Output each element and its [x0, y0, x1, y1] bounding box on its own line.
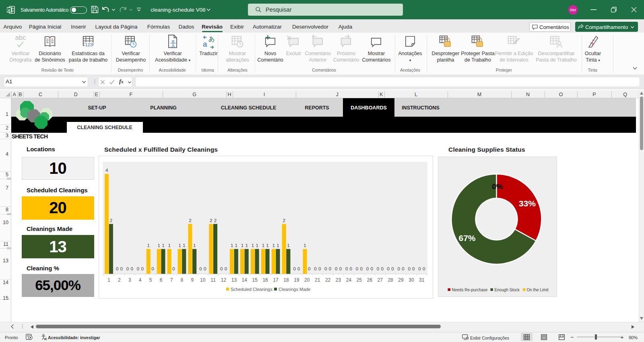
- svg-text:18: 18: [283, 277, 289, 283]
- svg-text:0%: 0%: [492, 182, 503, 191]
- svg-text:0: 0: [350, 266, 352, 271]
- svg-text:2: 2: [210, 218, 212, 223]
- svg-text:0: 0: [381, 266, 383, 271]
- svg-text:1: 1: [168, 243, 170, 248]
- svg-text:0: 0: [423, 266, 425, 271]
- svg-text:2: 2: [283, 218, 285, 223]
- svg-text:29: 29: [398, 277, 404, 283]
- svg-text:0: 0: [397, 266, 400, 271]
- svg-text:0: 0: [408, 266, 410, 271]
- svg-text:1: 1: [193, 243, 196, 248]
- svg-text:2: 2: [110, 218, 112, 223]
- svg-text:15: 15: [252, 277, 258, 283]
- svg-text:2: 2: [214, 218, 217, 223]
- svg-text:0: 0: [314, 266, 316, 271]
- svg-text:1: 1: [277, 243, 279, 248]
- svg-text:Cleanings Made: Cleanings Made: [279, 287, 311, 292]
- svg-text:26: 26: [367, 277, 373, 283]
- svg-text:0: 0: [172, 266, 175, 271]
- svg-text:0: 0: [151, 266, 154, 271]
- svg-text:1: 1: [162, 243, 164, 248]
- svg-text:0: 0: [220, 266, 223, 271]
- svg-text:1: 1: [303, 243, 306, 248]
- svg-text:17: 17: [273, 277, 279, 283]
- svg-text:0: 0: [199, 266, 202, 271]
- svg-text:2: 2: [189, 218, 191, 223]
- svg-text:3: 3: [128, 277, 131, 283]
- svg-text:1: 1: [252, 243, 254, 248]
- svg-text:5: 5: [149, 277, 152, 283]
- svg-text:1: 1: [183, 243, 185, 248]
- svg-text:0: 0: [126, 266, 129, 271]
- svg-text:0: 0: [329, 266, 331, 271]
- svg-text:0: 0: [370, 266, 373, 271]
- svg-text:0: 0: [204, 266, 206, 271]
- svg-text:67%: 67%: [458, 233, 475, 243]
- svg-text:13: 13: [231, 277, 237, 283]
- svg-text:0: 0: [356, 266, 358, 271]
- svg-text:7: 7: [170, 277, 173, 283]
- svg-text:6: 6: [160, 277, 163, 283]
- svg-text:20: 20: [304, 277, 310, 283]
- svg-text:0: 0: [293, 266, 295, 271]
- svg-text:0: 0: [402, 266, 404, 271]
- svg-text:27: 27: [378, 277, 383, 283]
- svg-text:21: 21: [315, 277, 320, 283]
- svg-text:16: 16: [262, 277, 268, 283]
- svg-text:1: 1: [158, 243, 160, 248]
- svg-text:0: 0: [130, 266, 133, 271]
- svg-text:1: 1: [287, 243, 289, 248]
- svg-text:0: 0: [318, 266, 321, 271]
- svg-text:10: 10: [200, 277, 206, 283]
- svg-text:9: 9: [191, 277, 194, 283]
- svg-text:11: 11: [211, 277, 216, 283]
- svg-text:31: 31: [419, 277, 425, 283]
- svg-text:12: 12: [221, 277, 227, 283]
- svg-text:0: 0: [418, 266, 421, 271]
- svg-text:4: 4: [139, 277, 142, 283]
- svg-text:0: 0: [308, 266, 310, 271]
- svg-text:1: 1: [245, 243, 248, 248]
- svg-text:0: 0: [120, 266, 123, 271]
- svg-text:1: 1: [178, 243, 181, 248]
- svg-text:0: 0: [387, 266, 390, 271]
- svg-text:23: 23: [336, 277, 341, 283]
- svg-text:1: 1: [262, 243, 264, 248]
- svg-text:0: 0: [360, 266, 362, 271]
- svg-text:0: 0: [345, 266, 348, 271]
- svg-text:0: 0: [412, 266, 415, 271]
- svg-text:1: 1: [231, 243, 233, 248]
- svg-text:1: 1: [235, 243, 237, 248]
- svg-text:8: 8: [181, 277, 184, 283]
- svg-text:4: 4: [105, 168, 108, 173]
- svg-text:1: 1: [241, 243, 244, 248]
- svg-text:0: 0: [335, 266, 337, 271]
- svg-text:0: 0: [377, 266, 379, 271]
- svg-text:28: 28: [388, 277, 393, 283]
- svg-text:2: 2: [118, 277, 121, 283]
- svg-text:24: 24: [346, 277, 352, 283]
- svg-text:14: 14: [242, 277, 248, 283]
- svg-text:Needs Re-purchase: Needs Re-purchase: [452, 288, 488, 292]
- svg-text:0: 0: [297, 266, 300, 271]
- svg-text:0: 0: [141, 266, 143, 271]
- svg-text:1: 1: [256, 243, 258, 248]
- svg-text:0: 0: [137, 266, 139, 271]
- svg-text:19: 19: [294, 277, 299, 283]
- svg-text:0: 0: [366, 266, 369, 271]
- svg-text:Enough Stock: Enough Stock: [495, 288, 520, 292]
- svg-text:22: 22: [325, 277, 331, 283]
- svg-text:0: 0: [225, 266, 227, 271]
- svg-text:1: 1: [107, 277, 110, 283]
- svg-text:0: 0: [324, 266, 327, 271]
- svg-text:25: 25: [357, 277, 362, 283]
- svg-text:30: 30: [409, 277, 414, 283]
- svg-text:0: 0: [391, 266, 394, 271]
- svg-text:1: 1: [272, 243, 275, 248]
- svg-text:Scheduled Cleanings: Scheduled Cleanings: [231, 287, 272, 292]
- svg-text:33%: 33%: [519, 199, 536, 208]
- svg-text:1: 1: [147, 243, 150, 248]
- svg-text:0: 0: [339, 266, 342, 271]
- svg-text:On the Limit: On the Limit: [527, 288, 549, 292]
- svg-text:1: 1: [266, 243, 268, 248]
